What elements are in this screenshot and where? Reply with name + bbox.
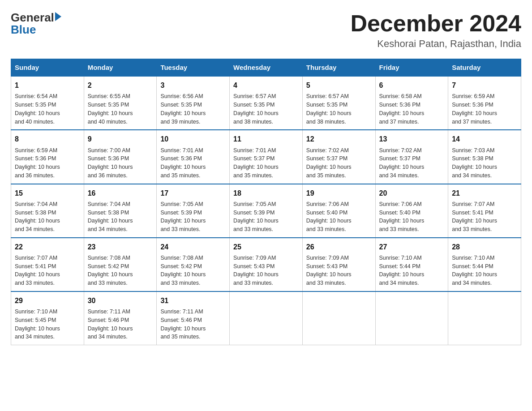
day-number: 15 [15,188,80,198]
table-row: 17Sunrise: 7:05 AMSunset: 5:39 PMDayligh… [157,184,230,238]
table-row: 4Sunrise: 6:57 AMSunset: 5:35 PMDaylight… [230,76,303,130]
day-info: Sunrise: 7:00 AMSunset: 5:36 PMDaylight:… [88,146,153,180]
day-info: Sunrise: 7:11 AMSunset: 5:46 PMDaylight:… [88,308,153,341]
table-row: 14Sunrise: 7:03 AMSunset: 5:38 PMDayligh… [448,130,521,184]
logo-triangle-icon [55,12,61,21]
day-info: Sunrise: 7:06 AMSunset: 5:40 PMDaylight:… [379,200,445,234]
col-wednesday: Wednesday [230,59,303,77]
table-row [302,291,375,345]
day-info: Sunrise: 6:58 AMSunset: 5:36 PMDaylight:… [379,92,445,126]
col-tuesday: Tuesday [157,59,230,77]
day-number: 14 [452,134,517,144]
calendar-week-row: 29Sunrise: 7:10 AMSunset: 5:45 PMDayligh… [11,291,521,345]
location: Keshorai Patan, Rajasthan, India [350,38,521,50]
day-info: Sunrise: 7:08 AMSunset: 5:42 PMDaylight:… [160,254,226,287]
table-row [375,291,448,345]
day-info: Sunrise: 7:09 AMSunset: 5:43 PMDaylight:… [233,254,299,287]
calendar-table: Sunday Monday Tuesday Wednesday Thursday… [11,59,521,345]
day-info: Sunrise: 7:10 AMSunset: 5:44 PMDaylight:… [379,254,445,287]
table-row: 19Sunrise: 7:06 AMSunset: 5:40 PMDayligh… [302,184,375,238]
day-info: Sunrise: 7:01 AMSunset: 5:36 PMDaylight:… [160,146,226,180]
title-section: December 2024 Keshorai Patan, Rajasthan,… [350,11,521,50]
table-row: 8Sunrise: 6:59 AMSunset: 5:36 PMDaylight… [11,130,84,184]
day-number: 7 [452,80,517,90]
table-row: 12Sunrise: 7:02 AMSunset: 5:37 PMDayligh… [302,130,375,184]
day-number: 23 [88,242,153,252]
table-row [448,291,521,345]
day-info: Sunrise: 7:07 AMSunset: 5:41 PMDaylight:… [452,200,517,234]
table-row: 21Sunrise: 7:07 AMSunset: 5:41 PMDayligh… [448,184,521,238]
day-info: Sunrise: 7:07 AMSunset: 5:41 PMDaylight:… [15,254,80,287]
day-info: Sunrise: 6:59 AMSunset: 5:36 PMDaylight:… [15,146,80,180]
day-number: 3 [160,80,226,90]
day-number: 19 [306,188,372,198]
table-row: 30Sunrise: 7:11 AMSunset: 5:46 PMDayligh… [84,291,157,345]
table-row: 9Sunrise: 7:00 AMSunset: 5:36 PMDaylight… [84,130,157,184]
day-info: Sunrise: 7:08 AMSunset: 5:42 PMDaylight:… [88,254,153,287]
day-info: Sunrise: 7:09 AMSunset: 5:43 PMDaylight:… [306,254,372,287]
day-number: 9 [88,134,153,144]
page-header: General Blue December 2024 Keshorai Pata… [11,11,521,50]
day-info: Sunrise: 7:02 AMSunset: 5:37 PMDaylight:… [306,146,372,180]
day-number: 11 [233,134,299,144]
logo-text-blue: Blue [11,23,36,37]
col-friday: Friday [375,59,448,77]
table-row: 27Sunrise: 7:10 AMSunset: 5:44 PMDayligh… [375,238,448,291]
col-saturday: Saturday [448,59,521,77]
day-info: Sunrise: 7:11 AMSunset: 5:46 PMDaylight:… [160,308,226,341]
table-row: 2Sunrise: 6:55 AMSunset: 5:35 PMDaylight… [84,76,157,130]
day-number: 31 [160,295,226,306]
day-number: 21 [452,188,517,198]
table-row: 3Sunrise: 6:56 AMSunset: 5:35 PMDaylight… [157,76,230,130]
day-info: Sunrise: 7:02 AMSunset: 5:37 PMDaylight:… [379,146,445,180]
day-number: 24 [160,242,226,252]
table-row: 20Sunrise: 7:06 AMSunset: 5:40 PMDayligh… [375,184,448,238]
day-number: 12 [306,134,372,144]
day-info: Sunrise: 7:01 AMSunset: 5:37 PMDaylight:… [233,146,299,180]
logo: General Blue [11,11,61,37]
day-number: 22 [15,242,80,252]
table-row: 22Sunrise: 7:07 AMSunset: 5:41 PMDayligh… [11,238,84,291]
table-row: 1Sunrise: 6:54 AMSunset: 5:35 PMDaylight… [11,76,84,130]
table-row: 25Sunrise: 7:09 AMSunset: 5:43 PMDayligh… [230,238,303,291]
col-monday: Monday [84,59,157,77]
table-row: 23Sunrise: 7:08 AMSunset: 5:42 PMDayligh… [84,238,157,291]
day-info: Sunrise: 7:03 AMSunset: 5:38 PMDaylight:… [452,146,517,180]
day-info: Sunrise: 6:59 AMSunset: 5:36 PMDaylight:… [452,92,517,126]
month-title: December 2024 [350,11,521,36]
day-info: Sunrise: 7:10 AMSunset: 5:45 PMDaylight:… [15,308,80,341]
day-number: 16 [88,188,153,198]
day-number: 28 [452,242,517,252]
day-number: 13 [379,134,445,144]
day-number: 8 [15,134,80,144]
day-number: 27 [379,242,445,252]
table-row: 26Sunrise: 7:09 AMSunset: 5:43 PMDayligh… [302,238,375,291]
day-number: 2 [88,80,153,90]
day-number: 18 [233,188,299,198]
calendar-week-row: 1Sunrise: 6:54 AMSunset: 5:35 PMDaylight… [11,76,521,130]
day-info: Sunrise: 7:04 AMSunset: 5:38 PMDaylight:… [15,200,80,234]
day-number: 17 [160,188,226,198]
table-row: 11Sunrise: 7:01 AMSunset: 5:37 PMDayligh… [230,130,303,184]
day-info: Sunrise: 6:56 AMSunset: 5:35 PMDaylight:… [160,92,226,126]
table-row: 15Sunrise: 7:04 AMSunset: 5:38 PMDayligh… [11,184,84,238]
day-info: Sunrise: 6:57 AMSunset: 5:35 PMDaylight:… [306,92,372,126]
table-row: 13Sunrise: 7:02 AMSunset: 5:37 PMDayligh… [375,130,448,184]
table-row: 6Sunrise: 6:58 AMSunset: 5:36 PMDaylight… [375,76,448,130]
day-number: 20 [379,188,445,198]
table-row: 31Sunrise: 7:11 AMSunset: 5:46 PMDayligh… [157,291,230,345]
table-row [230,291,303,345]
calendar-week-row: 8Sunrise: 6:59 AMSunset: 5:36 PMDaylight… [11,130,521,184]
calendar-header-row: Sunday Monday Tuesday Wednesday Thursday… [11,59,521,77]
calendar-week-row: 15Sunrise: 7:04 AMSunset: 5:38 PMDayligh… [11,184,521,238]
day-info: Sunrise: 7:06 AMSunset: 5:40 PMDaylight:… [306,200,372,234]
table-row: 5Sunrise: 6:57 AMSunset: 5:35 PMDaylight… [302,76,375,130]
table-row: 24Sunrise: 7:08 AMSunset: 5:42 PMDayligh… [157,238,230,291]
day-info: Sunrise: 7:04 AMSunset: 5:38 PMDaylight:… [88,200,153,234]
col-sunday: Sunday [11,59,84,77]
day-number: 5 [306,80,372,90]
table-row: 28Sunrise: 7:10 AMSunset: 5:44 PMDayligh… [448,238,521,291]
day-number: 4 [233,80,299,90]
day-info: Sunrise: 6:54 AMSunset: 5:35 PMDaylight:… [15,92,80,126]
day-number: 30 [88,295,153,306]
